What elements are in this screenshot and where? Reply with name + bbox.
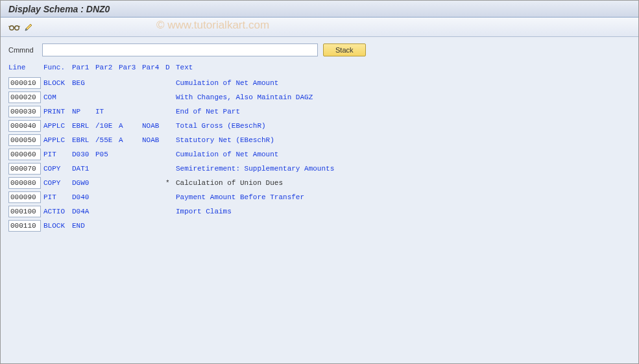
- cell: APPLC: [43, 136, 72, 144]
- cell: A: [119, 136, 142, 144]
- cell: DAT1: [72, 165, 95, 173]
- header-par4: Par4: [142, 64, 165, 71]
- header-text: Text: [176, 64, 631, 71]
- header-d: D: [165, 64, 176, 71]
- command-input[interactable]: [42, 43, 318, 56]
- cell: END: [72, 222, 95, 230]
- title-bar: Display Schema : DNZ0: [1, 1, 638, 18]
- table-row: COPYDGW0*Calculation of Union Dues: [8, 176, 631, 190]
- svg-point-1: [15, 25, 19, 29]
- line-input[interactable]: [8, 149, 41, 160]
- table-row: BLOCKEND: [8, 219, 631, 233]
- cell-text: Payment Amount Before Transfer: [176, 193, 631, 201]
- cell-text: Calculation of Union Dues: [176, 179, 631, 187]
- cell: /10E: [95, 122, 119, 130]
- header-par2: Par2: [95, 64, 119, 71]
- grid-header: Line Func. Par1 Par2 Par3 Par4 D Text: [8, 60, 631, 75]
- cell-text: Semiretirement: Supplementary Amounts: [176, 165, 631, 173]
- pencil-icon[interactable]: [23, 21, 34, 33]
- cell: P05: [95, 151, 119, 158]
- cell-text: Cumulation of Net Amount: [176, 151, 631, 158]
- cell: EBRL: [72, 122, 95, 130]
- cell: DGW0: [72, 179, 95, 187]
- cell: D04A: [72, 208, 95, 215]
- cell-text: Total Gross (EBeschR): [176, 122, 631, 130]
- line-input[interactable]: [8, 163, 41, 175]
- cell: BLOCK: [43, 79, 72, 87]
- table-row: PRINTNPITEnd of Net Part: [8, 104, 631, 119]
- cell: PIT: [43, 151, 72, 158]
- header-line: Line: [8, 64, 43, 71]
- cell: EBRL: [72, 136, 95, 144]
- cell: NP: [72, 108, 95, 115]
- cell: D040: [72, 193, 95, 201]
- command-label: Cmmnd: [8, 46, 40, 54]
- line-input[interactable]: [8, 120, 41, 132]
- cell-d: *: [165, 179, 176, 187]
- cell-text: End of Net Part: [176, 108, 631, 115]
- cell-text: With Changes, Also Maintain DAGZ: [176, 93, 631, 101]
- cell-text: Import Claims: [176, 208, 631, 215]
- command-row: Cmmnd Stack: [8, 43, 631, 56]
- header-func: Func.: [43, 64, 72, 71]
- cell: PRINT: [43, 108, 72, 115]
- table-row: PITD040Payment Amount Before Transfer: [8, 190, 631, 204]
- line-input[interactable]: [8, 91, 41, 103]
- line-input[interactable]: [8, 77, 41, 89]
- cell: APPLC: [43, 122, 72, 130]
- line-input[interactable]: [8, 220, 41, 232]
- line-input[interactable]: [8, 177, 41, 189]
- cell: /55E: [95, 136, 119, 144]
- cell: PIT: [43, 193, 72, 201]
- glasses-icon[interactable]: [8, 21, 20, 33]
- toolbar: © www.tutorialkart.com: [1, 18, 638, 37]
- table-row: COPYDAT1Semiretirement: Supplementary Am…: [8, 162, 631, 176]
- watermark-text: © www.tutorialkart.com: [156, 19, 269, 32]
- cell: BLOCK: [43, 222, 72, 230]
- cell: BEG: [72, 79, 95, 87]
- page-title: Display Schema : DNZ0: [8, 4, 110, 14]
- svg-point-0: [10, 25, 14, 29]
- cell: COPY: [43, 179, 72, 187]
- cell-text: Cumulation of Net Amount: [176, 79, 631, 87]
- header-par3: Par3: [119, 64, 142, 71]
- cell: D030: [72, 151, 95, 158]
- line-input[interactable]: [8, 206, 41, 217]
- stack-button[interactable]: Stack: [323, 43, 366, 56]
- table-row: PITD030P05Cumulation of Net Amount: [8, 147, 631, 162]
- line-input[interactable]: [8, 134, 41, 146]
- cell: NOAB: [142, 136, 165, 144]
- line-input[interactable]: [8, 191, 41, 203]
- table-row: BLOCKBEGCumulation of Net Amount: [8, 76, 631, 90]
- cell: NOAB: [142, 122, 165, 130]
- table-row: ACTIOD04AImport Claims: [8, 204, 631, 219]
- table-row: APPLCEBRL/55EANOABStatutory Net (EBeschR…: [8, 133, 631, 147]
- cell: IT: [95, 108, 119, 115]
- schema-grid: Line Func. Par1 Par2 Par3 Par4 D Text BL…: [8, 60, 631, 233]
- header-par1: Par1: [72, 64, 95, 71]
- cell: ACTIO: [43, 208, 72, 215]
- cell: COM: [43, 93, 72, 101]
- cell: COPY: [43, 165, 72, 173]
- cell-text: Statutory Net (EBeschR): [176, 136, 631, 144]
- cell: A: [119, 122, 142, 130]
- table-row: APPLCEBRL/10EANOABTotal Gross (EBeschR): [8, 119, 631, 133]
- line-input[interactable]: [8, 106, 41, 117]
- table-row: COMWith Changes, Also Maintain DAGZ: [8, 90, 631, 104]
- content-area: Cmmnd Stack Line Func. Par1 Par2 Par3 Pa…: [1, 37, 638, 363]
